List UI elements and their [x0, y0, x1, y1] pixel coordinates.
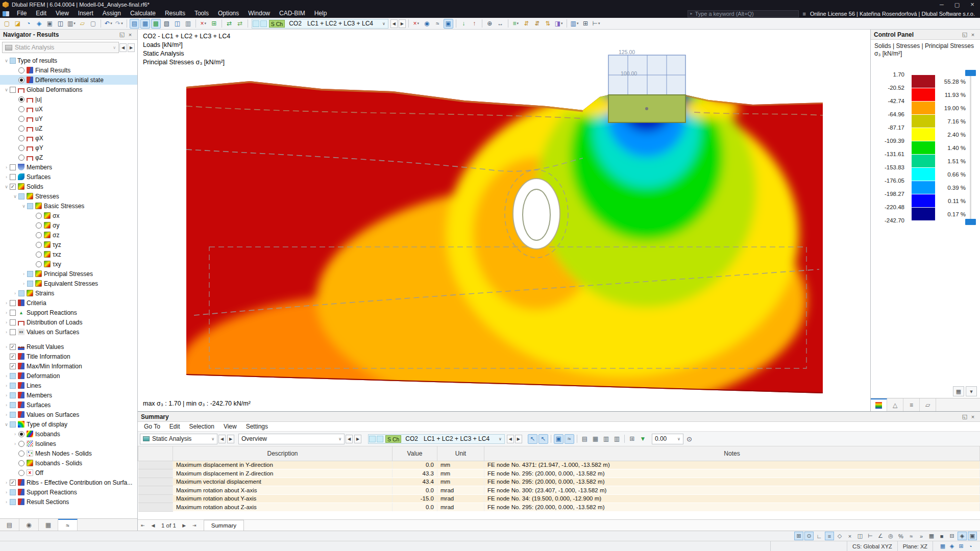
tree-item-differences-to-initial-state[interactable]: Differences to initial state: [0, 75, 137, 85]
radio-button[interactable]: [18, 77, 24, 83]
tree-item-final-results[interactable]: Final Results: [0, 65, 137, 75]
new-window-icon[interactable]: ◫: [173, 19, 182, 29]
tree-item-result-values[interactable]: ›Result Values: [0, 342, 137, 352]
tree-item-ux[interactable]: uX: [0, 104, 137, 114]
radio-button[interactable]: [18, 106, 24, 112]
checkbox[interactable]: [10, 354, 16, 360]
tree-item--xy[interactable]: τxy: [0, 259, 137, 269]
console-sc-icon[interactable]: ▧: [162, 19, 172, 29]
edit-document-icon[interactable]: ▱: [78, 19, 87, 29]
save-icon[interactable]: ◫: [56, 19, 65, 29]
summary-tab[interactable]: Summary: [204, 520, 244, 531]
tree-item-support-reactions[interactable]: ›Support Reactions: [0, 308, 137, 317]
tree-item-type-of-results[interactable]: ∨Type of results: [0, 56, 137, 65]
show-values-icon[interactable]: ◉: [422, 19, 432, 29]
expander-icon[interactable]: ›: [20, 271, 27, 277]
summary-menu-go-to[interactable]: Go To: [140, 423, 164, 430]
snap-points-icon[interactable]: ⊙: [804, 532, 814, 540]
expander-icon[interactable]: ›: [3, 490, 10, 495]
radio-button[interactable]: [36, 232, 42, 238]
checkbox[interactable]: [10, 300, 16, 306]
corner-tables-icon[interactable]: ▦: [938, 542, 947, 550]
legend-slider-handle-bottom[interactable]: [965, 219, 976, 225]
page-last-button[interactable]: ⇥: [189, 523, 200, 528]
summary-view-combo[interactable]: Overview ∨: [238, 434, 345, 444]
column-header-notes[interactable]: Notes: [484, 446, 980, 461]
tree-item-basic-stresses[interactable]: ∨Basic Stresses: [0, 201, 137, 211]
zoom-in-icon[interactable]: ⊕: [485, 19, 495, 29]
expander-icon[interactable]: ›: [3, 310, 10, 315]
radio-button[interactable]: [36, 242, 42, 248]
menu-insert[interactable]: Insert: [74, 9, 98, 18]
protocol-icon[interactable]: ▥: [183, 19, 193, 29]
keyword-search-input[interactable]: ▸ Type a keyword (Alt+Q): [688, 10, 799, 17]
expander-icon[interactable]: ›: [3, 300, 10, 306]
nav-tab-views[interactable]: ▦: [39, 519, 58, 531]
tables-grid-icon[interactable]: ▦: [140, 19, 150, 29]
snap-extension-icon[interactable]: »: [917, 532, 926, 540]
radio-button[interactable]: [18, 96, 24, 103]
summary-menu-settings[interactable]: Settings: [242, 423, 272, 430]
undo-icon[interactable]: ↶▾: [104, 19, 113, 29]
menu-results[interactable]: Results: [160, 9, 190, 18]
column-header-value[interactable]: Value: [393, 446, 437, 461]
expander-icon[interactable]: ›: [3, 480, 10, 485]
checkbox[interactable]: [10, 329, 16, 335]
expander-icon[interactable]: ›: [3, 344, 10, 349]
tree-item-max-min-information[interactable]: Max/Min Information: [0, 361, 137, 371]
expander-icon[interactable]: ∨: [3, 184, 10, 189]
navigator-float-icon[interactable]: ◱: [118, 31, 126, 38]
checkbox[interactable]: [10, 373, 16, 379]
checkbox[interactable]: [10, 174, 16, 180]
page-prev-button[interactable]: ◀: [148, 523, 158, 528]
redo-icon[interactable]: ↷▾: [114, 19, 124, 29]
control-panel-float-icon[interactable]: ◱: [961, 31, 969, 38]
expander-icon[interactable]: ∨: [3, 87, 10, 92]
tree-item-isobands-solids[interactable]: Isobands - Solids: [0, 458, 137, 468]
close-button[interactable]: ×: [965, 0, 980, 9]
expander-icon[interactable]: ›: [3, 383, 10, 388]
tree-item--x[interactable]: σx: [0, 211, 137, 220]
radio-button[interactable]: [18, 67, 24, 73]
expander-icon[interactable]: ›: [3, 499, 10, 505]
measure-icon[interactable]: ⊢▾: [591, 19, 601, 29]
tree-item-support-reactions[interactable]: ›Support Reactions: [0, 487, 137, 497]
table-export-icon[interactable]: ▦: [591, 434, 600, 444]
tree-item-uz[interactable]: uZ: [0, 123, 137, 133]
snap-object-icon[interactable]: ◇: [835, 532, 844, 540]
snap-nearest-icon[interactable]: ≈: [906, 532, 916, 540]
tree-item-result-sections[interactable]: ›Result Sections: [0, 497, 137, 507]
checkbox[interactable]: [10, 310, 16, 316]
sort-descending-icon[interactable]: ⇵: [532, 19, 542, 29]
filter-green-icon[interactable]: ▼: [638, 434, 648, 444]
summary-close-icon[interactable]: ×: [969, 414, 977, 420]
tree-item-strains[interactable]: ›Strains: [0, 288, 137, 298]
sort-ascending-icon[interactable]: ⇵: [522, 19, 531, 29]
snap-intersection-icon[interactable]: ×: [845, 532, 854, 540]
expander-icon[interactable]: ›: [3, 373, 10, 379]
checkbox[interactable]: [10, 421, 16, 428]
legend-slider-track[interactable]: [970, 71, 971, 225]
menu-options[interactable]: Options: [213, 9, 243, 18]
expander-icon[interactable]: ›: [3, 174, 10, 180]
table-row[interactable]: Maximum displacement in Z-direction43.3m…: [138, 469, 980, 478]
table-row[interactable]: Maximum displacement in Y-direction0.0mm…: [138, 461, 980, 469]
checkbox[interactable]: [10, 184, 16, 190]
toolbar-case-next-button[interactable]: ▶: [399, 19, 406, 28]
tables-results-icon[interactable]: ▩: [151, 19, 161, 29]
summary-menu-selection[interactable]: Selection: [185, 423, 218, 430]
load-transfer-icon[interactable]: ↓: [459, 19, 469, 29]
grid-icon[interactable]: ⊞: [580, 19, 590, 29]
tree-item--y[interactable]: φY: [0, 143, 137, 153]
menu-assign[interactable]: Assign: [98, 9, 126, 18]
menu-view[interactable]: View: [51, 9, 74, 18]
table-row[interactable]: Maximum vectorial displacement43.4mmFE n…: [138, 478, 980, 486]
print-icon[interactable]: ▥▾: [66, 19, 77, 29]
tree-item-off[interactable]: Off: [0, 468, 137, 478]
snap-angle-icon[interactable]: ∠: [876, 532, 885, 540]
tree-item-values-on-surfaces[interactable]: ›Values on Surfaces: [0, 327, 137, 337]
result-values-xxx-icon[interactable]: ≈: [433, 19, 443, 29]
tree-item--x[interactable]: φX: [0, 133, 137, 143]
analysis-type-combo[interactable]: Static Analysis ∨: [2, 42, 119, 53]
tree-item--y[interactable]: σy: [0, 220, 137, 230]
